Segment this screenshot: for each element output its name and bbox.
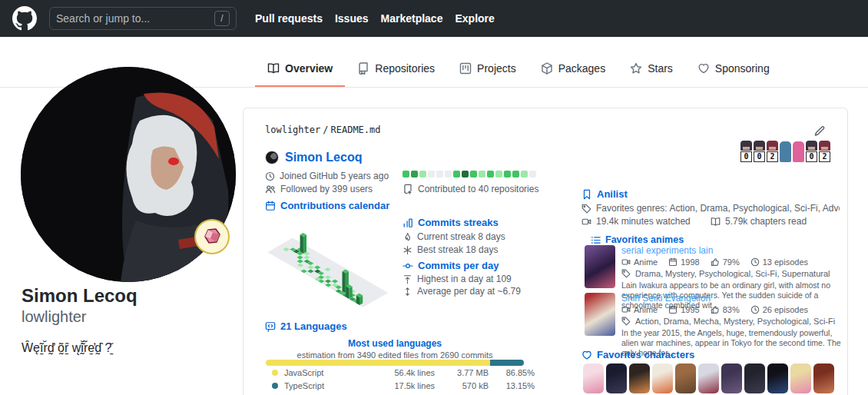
package-icon — [541, 62, 553, 75]
favorites-animes-link[interactable]: Favorites animes — [591, 234, 684, 245]
contribution-square — [411, 171, 418, 178]
nav-explore[interactable]: Explore — [455, 12, 494, 25]
contribution-square — [512, 171, 519, 178]
character-avatar[interactable] — [606, 363, 627, 393]
contribution-square — [453, 171, 460, 178]
favorites-characters-link[interactable]: Favorites characters — [581, 349, 694, 360]
contribution-square — [487, 171, 494, 178]
anime-episodes: 26 episodes — [750, 305, 808, 314]
contribution-square — [495, 171, 502, 178]
anilist-link[interactable]: Anilist — [581, 188, 628, 200]
pink-gem-icon — [202, 227, 222, 247]
followers-info: Followed by 399 users — [265, 184, 373, 194]
minutes-watched: 19.4k minutes watched — [581, 216, 711, 227]
nav-issues[interactable]: Issues — [335, 12, 369, 25]
chapters-read: 5.79k chapters read — [711, 216, 807, 227]
nav-pull-requests[interactable]: Pull requests — [255, 12, 323, 25]
tab-stars[interactable]: Stars — [618, 51, 685, 87]
contributed-info: Contributed to 40 repositories — [403, 184, 538, 194]
contribution-square — [428, 171, 435, 178]
language-row: JavaScript 56.4k lines 3.77 MB 86.85% — [266, 368, 535, 377]
anime-type: Anime — [621, 305, 658, 314]
repo-icon — [357, 62, 369, 75]
language-color-dot — [272, 370, 278, 376]
most-used-languages-link[interactable]: Most used languages — [265, 338, 525, 349]
pixel-figure: 2 — [767, 141, 778, 162]
contribution-square — [436, 171, 443, 178]
languages-bar — [266, 360, 524, 366]
character-avatar[interactable] — [767, 363, 788, 393]
character-avatar[interactable] — [629, 363, 650, 393]
readme-user-link[interactable]: Simon Lecoq — [265, 151, 362, 164]
tab-label: Projects — [477, 62, 516, 75]
tab-projects[interactable]: Projects — [447, 51, 528, 87]
github-logo-icon[interactable] — [12, 6, 37, 31]
profile-bio: W̑ęĩ̱r̆d̰̓ õ̰ṟ̑ w̨̃ḭ̆r̃e̱̓d̰̑ ?̱̆ — [22, 340, 237, 356]
code-comment-icon — [265, 321, 276, 332]
best-streak: Best streak 18 days — [403, 244, 498, 255]
anime-year: 1998 — [668, 257, 699, 267]
breadcrumb-file: README.md — [330, 124, 380, 135]
tab-packages[interactable]: Packages — [528, 51, 618, 87]
book-open-icon — [711, 217, 721, 227]
calendar-icon — [668, 305, 678, 314]
breadcrumb-repo[interactable]: lowlighter — [265, 124, 320, 135]
current-streak: Current streak 8 days — [403, 231, 505, 242]
character-avatar[interactable] — [698, 363, 719, 393]
languages-link[interactable]: 21 Languages — [265, 320, 347, 332]
contributions-calendar-link[interactable]: Contributions calendar — [265, 200, 389, 211]
tab-repositories[interactable]: Repositories — [345, 51, 447, 87]
anime-type: Anime — [621, 257, 658, 267]
pixel-figure: 0 — [806, 141, 817, 162]
thumbs-up-icon — [711, 305, 720, 314]
clock-icon — [265, 171, 275, 181]
character-avatar[interactable] — [675, 363, 696, 393]
anime-cover[interactable] — [585, 293, 615, 336]
book-icon — [267, 62, 280, 75]
calendar-icon — [265, 201, 276, 211]
clock-icon — [750, 257, 760, 267]
anime-episodes: 13 episodes — [750, 257, 808, 267]
character-avatar[interactable] — [790, 363, 811, 393]
tab-label: Sponsoring — [715, 62, 770, 75]
tv-icon — [621, 257, 631, 267]
anime-genres: Action, Drama, Mecha, Mystery, Psycholog… — [621, 317, 846, 326]
anilist-stats: 19.4k minutes watched 5.79k chapters rea… — [581, 216, 840, 227]
tv-icon — [621, 305, 631, 314]
commits-per-day-link[interactable]: Commits per day — [403, 260, 499, 271]
search-input[interactable] — [56, 12, 210, 25]
people-icon — [265, 184, 276, 194]
contribution-square — [403, 171, 409, 178]
tab-sponsoring[interactable]: Sponsoring — [685, 51, 782, 87]
anime-cover[interactable] — [585, 245, 615, 288]
highest-per-day: Highest in a day at 109 — [403, 274, 512, 284]
contribution-squares — [403, 171, 536, 178]
character-avatar[interactable] — [652, 363, 673, 393]
tab-label: Packages — [558, 62, 605, 75]
character-avatar[interactable] — [744, 363, 765, 393]
tag-icon — [621, 317, 631, 326]
readme-user-name: Simon Lecoq — [285, 151, 362, 164]
tab-label: Stars — [648, 62, 673, 75]
achievement-badge[interactable] — [194, 219, 230, 254]
average-per-day: Average per day at ~6.79 — [403, 286, 521, 297]
character-avatar[interactable] — [813, 363, 834, 393]
anime-title-link[interactable]: serial experiments lain — [621, 245, 846, 256]
project-icon — [459, 62, 472, 75]
calendar-icon — [668, 257, 678, 267]
nav-marketplace[interactable]: Marketplace — [381, 12, 443, 25]
anime-title-link[interactable]: Shin Seiki Evangelion — [621, 293, 846, 304]
pencil-edit-icon[interactable] — [813, 125, 826, 138]
tab-overview[interactable]: Overview — [255, 51, 345, 87]
anilist-favorite-genres: Favorites genres: Action, Drama, Psychol… — [581, 203, 840, 214]
character-avatar[interactable] — [721, 363, 742, 393]
contribution-square — [470, 171, 477, 178]
commits-streaks-link[interactable]: Commits streaks — [403, 217, 499, 228]
profile-avatar-wrap — [21, 67, 236, 282]
arrow-top-icon — [403, 274, 412, 284]
flame-icon — [403, 232, 412, 242]
pixel-figure — [793, 141, 804, 162]
search-box[interactable]: / — [49, 7, 237, 30]
character-avatar[interactable] — [583, 363, 604, 393]
anime-score: 83% — [711, 305, 740, 314]
